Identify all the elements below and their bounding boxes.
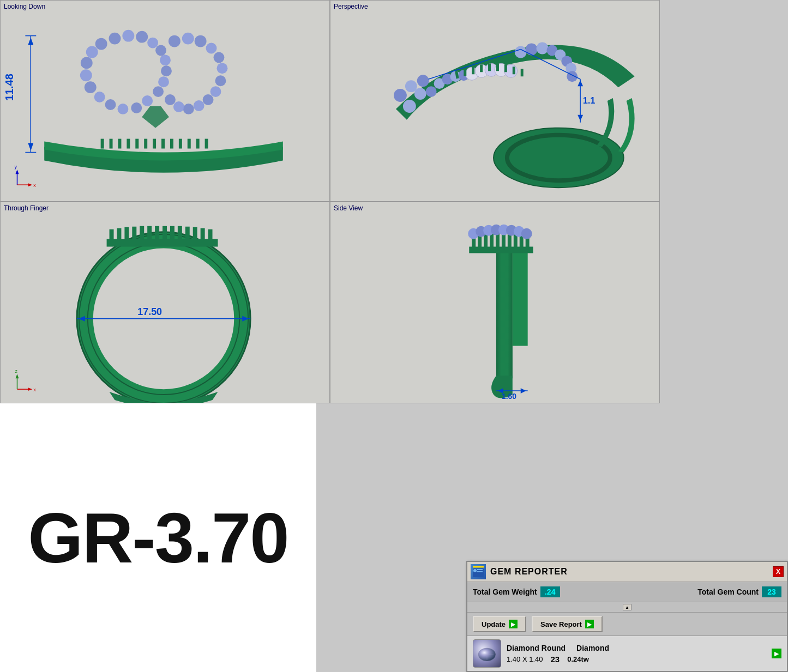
gem-info: Diamond Round Diamond 1.40 X 1.40 23 0.2… (507, 644, 766, 664)
total-gem-weight-label: Total Gem Weight (473, 588, 537, 596)
svg-point-21 (182, 33, 194, 45)
buttons-row: Update ▶ Save Report ▶ (467, 613, 787, 635)
svg-point-17 (161, 65, 172, 76)
viewport-label-through-finger: Through Finger (4, 204, 49, 212)
svg-point-66 (426, 86, 437, 97)
svg-point-62 (394, 89, 407, 102)
svg-rect-33 (101, 139, 104, 149)
gem-thumbnail (473, 639, 501, 668)
svg-point-28 (203, 94, 214, 105)
gem-info-bottom: 1.40 X 1.40 23 0.24tw (507, 655, 766, 664)
stats-row: Total Gem Weight .24 Total Gem Count 23 (467, 582, 787, 602)
gr-label-area: GR-3.70 (0, 403, 316, 672)
gem-name: Diamond Round (507, 644, 566, 652)
svg-point-2 (86, 46, 98, 58)
svg-point-162 (521, 228, 532, 239)
svg-point-63 (405, 80, 417, 92)
svg-rect-123 (170, 226, 175, 241)
svg-text:1.60: 1.60 (502, 392, 516, 401)
svg-rect-125 (185, 227, 190, 241)
update-arrow-icon: ▶ (509, 620, 518, 628)
gem-row: Diamond Round Diamond 1.40 X 1.40 23 0.2… (467, 635, 787, 671)
svg-point-8 (117, 104, 128, 114)
svg-rect-38 (144, 139, 147, 149)
svg-point-19 (153, 86, 164, 97)
svg-point-12 (122, 30, 134, 42)
svg-point-172 (473, 569, 477, 572)
svg-point-30 (183, 104, 194, 114)
save-report-button[interactable]: Save Report ▶ (532, 616, 603, 632)
svg-point-6 (94, 92, 105, 102)
svg-rect-89 (496, 63, 499, 71)
svg-rect-39 (153, 139, 156, 149)
svg-point-73 (537, 43, 549, 55)
gem-reporter-titlebar: GEM REPORTER X (467, 562, 787, 582)
gem-type: Diamond (576, 644, 609, 652)
svg-point-10 (142, 95, 153, 106)
close-button[interactable]: X (773, 566, 784, 577)
update-button[interactable]: Update ▶ (473, 616, 526, 632)
gem-reporter-title-left: GEM REPORTER (471, 564, 568, 579)
svg-rect-34 (110, 139, 113, 149)
total-gem-count-label: Total Gem Count (697, 588, 759, 596)
svg-point-16 (160, 55, 171, 65)
svg-rect-85 (464, 68, 466, 76)
svg-text:x: x (33, 183, 36, 188)
svg-text:y: y (15, 164, 17, 169)
svg-point-20 (169, 35, 181, 47)
svg-point-11 (109, 33, 121, 45)
viewports-grid: Looking Down (0, 0, 660, 403)
svg-rect-129 (107, 239, 218, 247)
svg-point-71 (515, 46, 527, 58)
svg-rect-88 (488, 63, 491, 71)
svg-rect-142 (496, 249, 513, 379)
svg-point-5 (85, 81, 97, 93)
svg-point-29 (194, 100, 204, 111)
svg-point-26 (215, 75, 226, 86)
gem-expand-button[interactable]: ▶ (772, 649, 781, 658)
gem-weight: 0.24tw (567, 655, 589, 663)
svg-point-31 (173, 101, 184, 112)
svg-rect-37 (135, 139, 139, 149)
viewport-looking-down[interactable]: Looking Down (0, 0, 330, 202)
viewport-label-side-view: Side View (334, 204, 363, 212)
svg-point-27 (210, 86, 221, 97)
svg-rect-91 (513, 66, 515, 74)
save-report-label: Save Report (540, 620, 582, 628)
svg-text:1.1: 1.1 (583, 96, 595, 105)
svg-rect-124 (178, 226, 182, 241)
scroll-row[interactable]: ▲ (467, 602, 787, 613)
svg-rect-35 (118, 139, 121, 149)
total-gem-weight-value: .24 (540, 586, 560, 597)
svg-point-1 (95, 38, 107, 50)
svg-point-32 (165, 94, 176, 105)
gem-count: 23 (551, 655, 560, 664)
svg-point-23 (206, 43, 217, 54)
viewport-perspective[interactable]: Perspective (330, 0, 660, 202)
svg-point-72 (526, 44, 538, 56)
svg-rect-40 (161, 139, 165, 149)
save-report-arrow-icon: ▶ (585, 620, 594, 628)
svg-point-18 (158, 76, 169, 87)
svg-rect-45 (205, 139, 208, 149)
svg-point-3 (81, 57, 93, 69)
svg-rect-42 (179, 139, 182, 149)
svg-rect-121 (155, 226, 159, 241)
viewport-through-finger[interactable]: Through Finger (0, 202, 330, 403)
svg-point-24 (214, 52, 225, 63)
gr-label: GR-3.70 (28, 497, 288, 579)
scroll-up-button[interactable]: ▲ (623, 604, 631, 610)
svg-rect-120 (147, 226, 152, 241)
gem-size: 1.40 X 1.40 (507, 655, 543, 663)
viewport-label-perspective: Perspective (334, 3, 368, 10)
svg-point-25 (216, 63, 227, 74)
svg-point-7 (105, 99, 116, 110)
viewport-label-looking-down: Looking Down (4, 3, 45, 10)
svg-rect-36 (127, 139, 130, 149)
gem-reporter-panel: GEM REPORTER X Total Gem Weight .24 Tota… (466, 561, 788, 672)
svg-rect-118 (132, 227, 136, 241)
gem-reporter-title: GEM REPORTER (490, 567, 568, 577)
svg-rect-90 (504, 64, 507, 72)
svg-point-22 (195, 35, 207, 47)
viewport-side-view[interactable]: Side View (330, 202, 660, 403)
